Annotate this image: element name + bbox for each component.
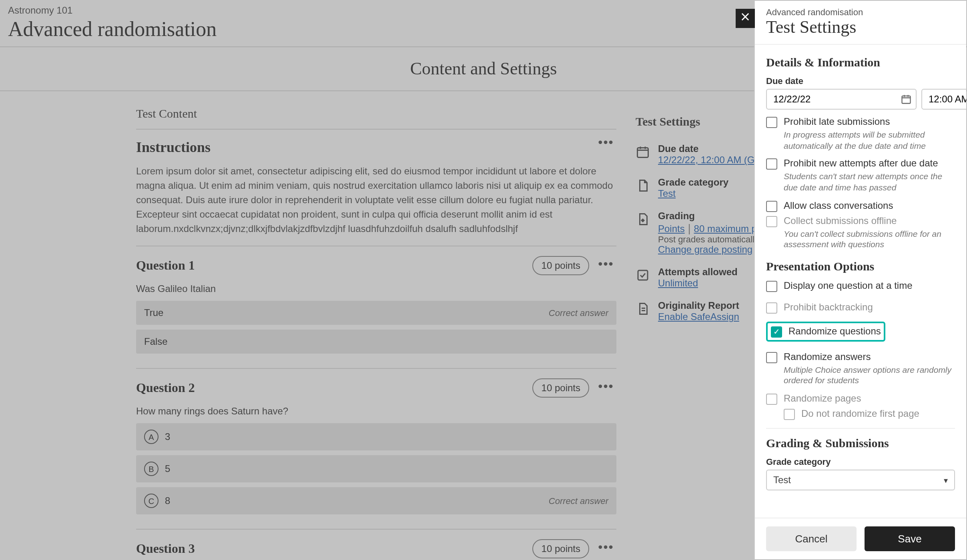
points-pill[interactable]: 10 points	[533, 256, 589, 275]
question-2: Question 2 10 points ••• How many rings …	[136, 369, 616, 530]
question-1: Question 1 10 points ••• Was Galileo Ita…	[136, 246, 616, 369]
correct-answer-label: Correct answer	[549, 496, 608, 506]
checkbox-label: Do not randomize first page	[801, 408, 919, 419]
calendar-icon[interactable]	[901, 94, 912, 105]
instructions-more-button[interactable]: •••	[596, 136, 616, 152]
answer-text: True	[144, 307, 163, 318]
checkbox-icon	[784, 409, 795, 420]
question-more-button[interactable]: •••	[596, 541, 616, 557]
checkbox-icon	[636, 268, 650, 282]
no-randomize-first-checkbox-row: Do not randomize first page	[784, 408, 955, 420]
option-letter: A	[144, 430, 158, 444]
summary-label: Attempts allowed	[658, 266, 738, 278]
question-3: Question 3 10 points •••	[136, 530, 616, 560]
question-title: Question 3	[136, 542, 195, 556]
collect-offline-checkbox-row: Collect submissions offline	[766, 215, 955, 227]
checkbox-label: Randomize pages	[784, 393, 861, 404]
answer-row[interactable]: A3	[136, 423, 616, 450]
summary-gradecat-link[interactable]: Test	[658, 188, 728, 199]
checkbox-icon[interactable]	[766, 159, 777, 170]
checkbox-icon	[766, 302, 777, 314]
grade-category-select[interactable]: Test ▾	[766, 470, 955, 490]
answer-row[interactable]: B5	[136, 455, 616, 482]
checkbox-label: Allow class conversations	[784, 200, 893, 211]
question-prompt: How many rings does Saturn have?	[136, 398, 616, 423]
summary-grading-points-link[interactable]: Points	[658, 223, 685, 234]
chevron-down-icon: ▾	[944, 476, 948, 484]
randomize-questions-highlight: ✓ Randomize questions	[766, 322, 886, 342]
checkbox-icon[interactable]	[766, 281, 777, 292]
correct-answer-label: Correct answer	[549, 308, 608, 318]
summary-label: Originality Report	[658, 300, 739, 311]
question-prompt: Was Galileo Italian	[136, 275, 616, 301]
display-one-checkbox-row[interactable]: Display one question at a time	[766, 280, 955, 292]
option-letter: C	[144, 494, 158, 508]
instructions-block: ••• Instructions Lorem ipsum dolor sit a…	[136, 130, 616, 246]
checkbox-hint: Multiple Choice answer options are rando…	[784, 365, 955, 387]
checkbox-icon	[766, 394, 777, 405]
randomize-answers-checkbox-row[interactable]: Randomize answers	[766, 351, 955, 363]
select-value: Test	[773, 474, 791, 486]
randomize-pages-checkbox-row: Randomize pages	[766, 393, 955, 405]
checkbox-icon[interactable]	[766, 200, 777, 212]
document-icon	[636, 178, 650, 193]
checkbox-hint: In progress attempts will be submitted a…	[784, 130, 955, 152]
checkbox-label: Prohibit late submissions	[784, 116, 890, 127]
checkbox-icon[interactable]	[766, 117, 777, 128]
question-title: Question 2	[136, 381, 195, 395]
prohibit-new-checkbox-row[interactable]: Prohibit new attempts after due date	[766, 158, 955, 170]
summary-attempts-link[interactable]: Unlimited	[658, 278, 738, 289]
instructions-body: Lorem ipsum dolor sit amet, consectetur …	[136, 164, 616, 236]
answer-text: 3	[165, 431, 170, 442]
svg-rect-1	[638, 270, 648, 280]
calendar-icon	[636, 145, 650, 159]
checkbox-label: Randomize questions	[788, 326, 881, 337]
answer-text: 8	[165, 495, 170, 506]
checkbox-label: Display one question at a time	[784, 280, 913, 291]
grade-category-label: Grade category	[766, 457, 955, 466]
checkbox-hint: Students can't start new attempts once t…	[784, 172, 955, 194]
svg-rect-2	[902, 96, 911, 104]
checkbox-checked-icon[interactable]: ✓	[771, 326, 782, 338]
prohibit-backtracking-checkbox-row: Prohibit backtracking	[766, 302, 955, 314]
presentation-heading: Presentation Options	[766, 260, 955, 274]
panel-title: Test Settings	[766, 17, 955, 38]
question-more-button[interactable]: •••	[596, 380, 616, 396]
checkbox-icon	[766, 216, 777, 227]
cancel-button[interactable]: Cancel	[766, 526, 857, 551]
due-date-input[interactable]	[766, 89, 917, 110]
summary-label: Grade category	[658, 177, 728, 188]
instructions-title: Instructions	[136, 139, 616, 156]
answer-row[interactable]: True Correct answer	[136, 301, 616, 325]
close-button[interactable]	[736, 9, 755, 28]
svg-rect-0	[638, 148, 648, 158]
points-pill[interactable]: 10 points	[533, 539, 589, 558]
summary-originality-link[interactable]: Enable SafeAssign	[658, 311, 739, 322]
allow-conversations-checkbox-row[interactable]: Allow class conversations	[766, 200, 955, 212]
grading-heading: Grading & Submissions	[766, 437, 955, 450]
points-pill[interactable]: 10 points	[533, 378, 589, 398]
test-settings-panel: Advanced randomisation Test Settings Det…	[754, 1, 966, 559]
due-time-input[interactable]	[921, 89, 966, 110]
report-icon	[636, 302, 650, 316]
question-more-button[interactable]: •••	[596, 258, 616, 274]
save-button[interactable]: Save	[865, 526, 955, 551]
answer-text: 5	[165, 463, 170, 474]
answer-row[interactable]: False	[136, 330, 616, 354]
checkbox-label: Randomize answers	[784, 351, 871, 362]
due-date-label: Due date	[766, 76, 955, 86]
panel-breadcrumb: Advanced randomisation	[766, 7, 955, 17]
details-heading: Details & Information	[766, 56, 955, 70]
answer-row[interactable]: C8 Correct answer	[136, 487, 616, 514]
checkbox-label: Prohibit new attempts after due date	[784, 158, 938, 169]
option-letter: B	[144, 462, 158, 476]
question-title: Question 1	[136, 258, 195, 273]
prohibit-late-checkbox-row[interactable]: Prohibit late submissions	[766, 116, 955, 128]
checkbox-hint: You can't collect submissions offline fo…	[784, 228, 955, 250]
answer-text: False	[144, 336, 168, 347]
checkbox-label: Prohibit backtracking	[784, 302, 873, 313]
test-content-heading: Test Content	[136, 99, 616, 130]
randomize-questions-checkbox-row[interactable]: ✓ Randomize questions	[771, 326, 881, 338]
checkbox-label: Collect submissions offline	[784, 215, 897, 226]
checkbox-icon[interactable]	[766, 352, 777, 363]
